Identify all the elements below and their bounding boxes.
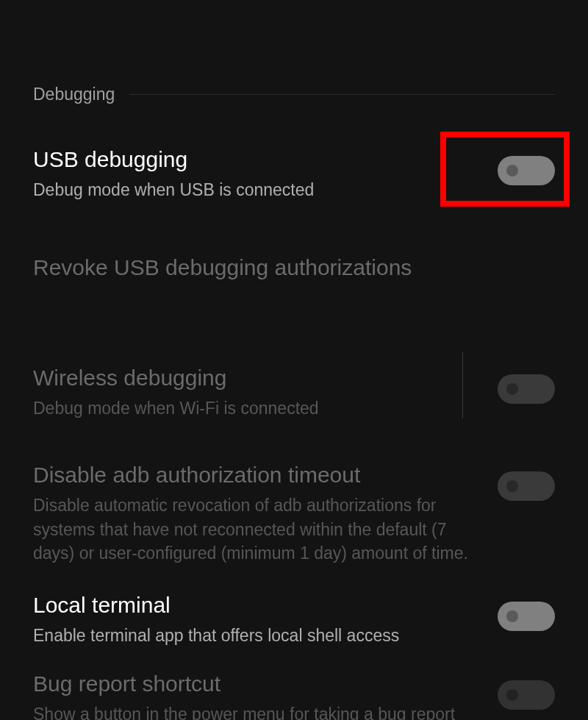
- setting-bug-report[interactable]: Bug report shortcut Show a button in the…: [33, 669, 555, 720]
- toggle-adb-timeout[interactable]: [498, 471, 555, 501]
- setting-text: Revoke USB debugging authorizations: [33, 253, 555, 286]
- setting-text: Local terminal Enable terminal app that …: [33, 591, 498, 647]
- toggle-bug-report[interactable]: [498, 680, 555, 710]
- setting-title: Local terminal: [33, 591, 476, 619]
- toggle-knob: [506, 383, 518, 395]
- setting-usb-debugging[interactable]: USB debugging Debug mode when USB is con…: [33, 145, 555, 202]
- toggle-wireless-debugging[interactable]: [498, 374, 555, 404]
- setting-text: Bug report shortcut Show a button in the…: [33, 669, 498, 720]
- setting-title: Bug report shortcut: [33, 669, 476, 698]
- section-divider: [129, 94, 555, 95]
- toggle-knob: [506, 610, 518, 622]
- highlight-annotation: [440, 132, 570, 207]
- setting-wireless-debugging[interactable]: Wireless debugging Debug mode when Wi-Fi…: [33, 363, 555, 420]
- section-header: Debugging: [33, 85, 555, 104]
- setting-revoke-authorizations[interactable]: Revoke USB debugging authorizations: [33, 253, 555, 286]
- setting-title: Revoke USB debugging authorizations: [33, 253, 533, 282]
- setting-text: Disable adb authorization timeout Disabl…: [33, 460, 498, 565]
- settings-container: Debugging USB debugging Debug mode when …: [0, 0, 588, 720]
- toggle-local-terminal[interactable]: [498, 602, 555, 631]
- setting-local-terminal[interactable]: Local terminal Enable terminal app that …: [33, 591, 555, 647]
- setting-subtitle: Show a button in the power menu for taki…: [33, 702, 476, 720]
- section-title: Debugging: [33, 85, 115, 104]
- setting-title: Disable adb authorization timeout: [33, 460, 476, 489]
- setting-subtitle: Debug mode when USB is connected: [33, 178, 476, 202]
- divider: [462, 352, 463, 418]
- setting-subtitle: Disable automatic revocation of adb auth…: [33, 493, 476, 565]
- setting-text: USB debugging Debug mode when USB is con…: [33, 145, 498, 202]
- setting-adb-timeout[interactable]: Disable adb authorization timeout Disabl…: [33, 460, 555, 565]
- setting-subtitle: Debug mode when Wi-Fi is connected: [33, 396, 476, 420]
- setting-title: USB debugging: [33, 145, 476, 174]
- setting-title: Wireless debugging: [33, 363, 476, 392]
- toggle-knob: [506, 480, 518, 492]
- toggle-knob: [506, 689, 518, 701]
- setting-subtitle: Enable terminal app that offers local sh…: [33, 624, 476, 647]
- setting-text: Wireless debugging Debug mode when Wi-Fi…: [33, 363, 498, 420]
